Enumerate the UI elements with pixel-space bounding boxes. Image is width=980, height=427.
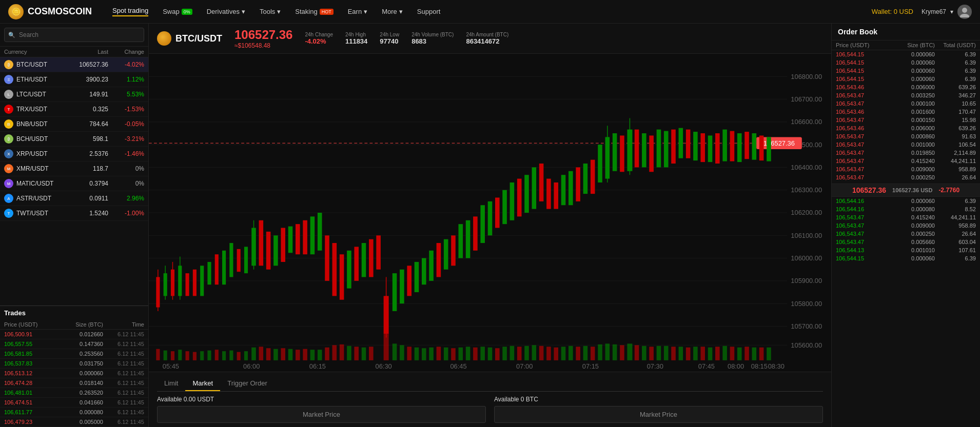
username: Kryme67 <box>922 8 946 15</box>
sell-available-line: Available 0 BTC <box>494 396 823 403</box>
ob-sell-row[interactable]: 106,543.47 0.001000 106.54 <box>832 140 980 149</box>
svg-rect-183 <box>598 344 602 360</box>
nav-derivatives[interactable]: Derivatives ▾ <box>207 8 245 15</box>
ob-buy-row[interactable]: 106,543.47 0.009000 958.89 <box>832 221 980 230</box>
ob-sell-row[interactable]: 106,543.47 0.019850 2,114.89 <box>832 149 980 157</box>
trade-time: 6.12 11:45 <box>103 399 144 405</box>
trade-price: 106,474.51 <box>4 399 57 405</box>
svg-rect-79 <box>459 224 463 258</box>
ob-sell-total: 639.26 <box>935 125 976 131</box>
ob-sell-row[interactable]: 106,544.15 0.000060 6.39 <box>832 58 980 67</box>
nav-support[interactable]: Support <box>417 8 441 15</box>
currency-row[interactable]: A ASTR/USDT 0.0911 2.96% <box>0 191 148 206</box>
nav-earn[interactable]: Earn ▾ <box>348 8 367 15</box>
ob-sell-row[interactable]: 106,543.47 0.000100 10.65 <box>832 99 980 108</box>
ob-sell-size: 0.005660 <box>894 182 935 184</box>
svg-rect-199 <box>715 347 720 360</box>
currency-row[interactable]: ₿ BCH/USDT 598.1 -3.21% <box>0 132 148 147</box>
svg-rect-166 <box>473 348 478 360</box>
ob-col-price: Price (USDT) <box>836 42 894 48</box>
currency-row[interactable]: M XMR/USDT 118.7 0% <box>0 161 148 176</box>
svg-rect-182 <box>591 347 595 360</box>
svg-rect-186 <box>620 345 624 360</box>
currency-change: 1.12% <box>108 76 144 83</box>
svg-rect-193 <box>671 347 676 360</box>
ob-buy-row[interactable]: 106,543.47 0.000250 26.64 <box>832 230 980 238</box>
currency-row[interactable]: T TWT/USDT 1.5240 -1.00% <box>0 206 148 221</box>
ob-sell-row[interactable]: 106,543.46 0.006000 639.26 <box>832 124 980 132</box>
svg-rect-117 <box>722 130 727 161</box>
order-tab-trigger[interactable]: Trigger Order <box>220 376 275 391</box>
ob-sell-row[interactable]: 106,543.46 0.001600 170.47 <box>832 108 980 116</box>
trade-time: 6.12 11:45 <box>103 370 144 376</box>
nav-spot-trading[interactable]: Spot trading <box>112 7 148 16</box>
ob-buy-row[interactable]: 106,543.47 0.415240 44,241.11 <box>832 213 980 221</box>
svg-rect-83 <box>488 201 493 235</box>
trade-size: 0.000080 <box>57 409 103 415</box>
svg-rect-128 <box>186 351 189 360</box>
order-tab-market[interactable]: Market <box>185 376 220 391</box>
ob-sell-row[interactable]: 106,543.47 0.000860 91.63 <box>832 132 980 140</box>
currency-row[interactable]: ₿ BTC/USDT 106527.36 -4.02% <box>0 57 148 72</box>
ob-sell-row[interactable]: 106,543.47 0.415240 44,241.11 <box>832 157 980 165</box>
search-input[interactable] <box>4 28 144 42</box>
svg-rect-98 <box>598 145 602 182</box>
svg-rect-178 <box>561 347 566 360</box>
sell-market-price-input[interactable] <box>494 406 823 423</box>
svg-text:07:15: 07:15 <box>582 362 599 370</box>
currency-row[interactable]: T TRX/USDT 0.325 -1.53% <box>0 102 148 117</box>
currency-row[interactable]: M MATIC/USDT 0.3794 0% <box>0 176 148 191</box>
currency-row[interactable]: Ł LTC/USDT 149.91 5.53% <box>0 87 148 102</box>
ob-sell-row[interactable]: 106,543.46 0.006000 639.26 <box>832 83 980 91</box>
ob-sell-row[interactable]: 106,543.47 0.000150 15.98 <box>832 116 980 124</box>
ob-sell-row[interactable]: 106,543.47 0.009000 958.89 <box>832 165 980 173</box>
svg-rect-118 <box>730 131 735 161</box>
price-chart: 106800.00 106700.00 106600.00 106500.00 … <box>149 54 831 372</box>
ticker-price-sub: ≈$106548.48 <box>234 42 292 49</box>
ob-buy-row[interactable]: 106,544.13 0.001010 107.61 <box>832 246 980 254</box>
svg-rect-48 <box>244 247 248 273</box>
svg-text:07:45: 07:45 <box>698 362 715 370</box>
order-tab-limit[interactable]: Limit <box>157 376 185 391</box>
ob-buy-total: 958.89 <box>935 222 976 229</box>
svg-rect-167 <box>480 347 485 360</box>
ob-sell-row[interactable]: 106,544.15 0.000060 6.39 <box>832 50 980 58</box>
nav-more[interactable]: More ▾ <box>382 8 403 15</box>
svg-rect-194 <box>679 347 683 360</box>
svg-rect-141 <box>281 348 285 360</box>
ob-sell-row[interactable]: 106,544.13 0.005660 603.04 <box>832 181 980 184</box>
ob-sell-total: 6.39 <box>935 76 976 82</box>
ob-sell-row[interactable]: 106,543.47 0.003250 346.27 <box>832 91 980 99</box>
currency-row[interactable]: Ξ ETH/USDT 3900.23 1.12% <box>0 72 148 87</box>
ob-buy-row[interactable]: 106,544.16 0.000060 6.39 <box>832 197 980 205</box>
ob-sell-row[interactable]: 106,544.15 0.000060 6.39 <box>832 67 980 75</box>
ticker-price: 106527.36 <box>234 28 292 42</box>
ob-sell-price: 106,543.46 <box>836 109 894 115</box>
ob-buy-size: 0.000060 <box>894 198 935 204</box>
search-wrap: 🔍 <box>4 28 144 42</box>
ob-sell-price: 106,544.13 <box>836 182 894 184</box>
currency-row[interactable]: X XRP/USDT 2.5376 -1.46% <box>0 147 148 161</box>
ob-buy-size: 0.000250 <box>894 231 935 237</box>
user-menu-button[interactable]: Kryme67 ▾ <box>922 5 972 19</box>
ob-sell-row[interactable]: 106,543.47 0.000250 26.64 <box>832 173 980 181</box>
buy-market-price-input[interactable] <box>157 406 486 423</box>
ob-buy-row[interactable]: 106,543.47 0.005660 603.04 <box>832 238 980 246</box>
svg-rect-95 <box>576 167 580 201</box>
svg-text:06:00: 06:00 <box>243 362 260 370</box>
nav-staking[interactable]: Staking HOT <box>295 8 333 15</box>
currency-last: 3900.23 <box>62 76 108 83</box>
wallet-button[interactable]: Wallet: 0 USD <box>872 8 913 15</box>
currency-row[interactable]: B BNB/USDT 784.64 -0.05% <box>0 117 148 132</box>
ob-buy-row[interactable]: 106,544.15 0.000060 6.39 <box>832 254 980 262</box>
app-logo[interactable]: 🪙 COSMOSCOIN <box>8 4 92 19</box>
svg-rect-84 <box>495 197 500 228</box>
nav-swap[interactable]: Swap 0% <box>163 8 192 15</box>
ob-sell-row[interactable]: 106,544.15 0.000060 6.39 <box>832 75 980 83</box>
nav-tools[interactable]: Tools ▾ <box>260 8 281 15</box>
ob-buy-row[interactable]: 106,544.16 0.000080 8.52 <box>832 205 980 213</box>
svg-rect-59 <box>318 213 322 251</box>
svg-rect-197 <box>700 347 705 360</box>
ob-sell-total: 6.39 <box>935 68 976 74</box>
svg-rect-51 <box>259 220 264 266</box>
